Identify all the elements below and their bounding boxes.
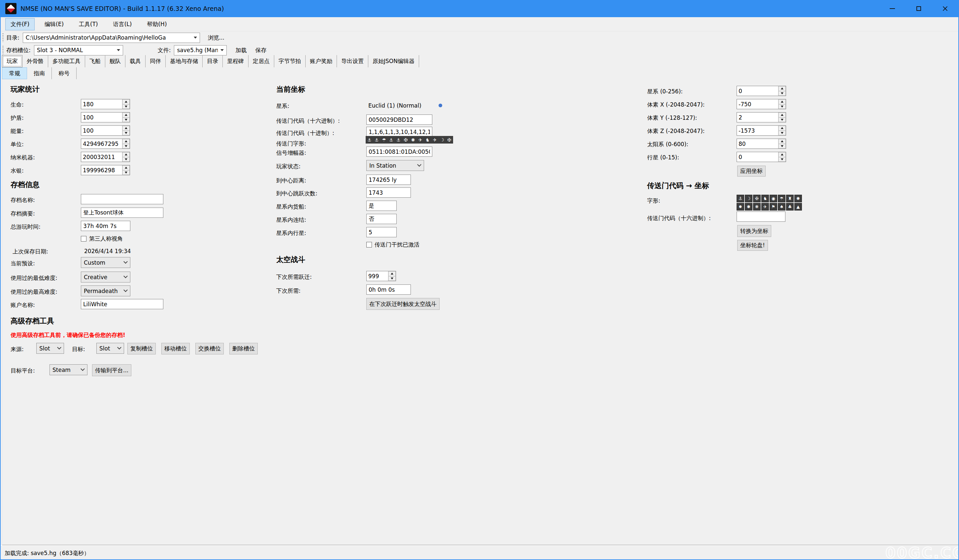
glyph-button[interactable]: ♞ (761, 195, 769, 202)
preset-combobox[interactable]: Custom (81, 257, 131, 268)
slot-dropdown-arrow-icon[interactable] (114, 46, 123, 55)
tab-bytebeat[interactable]: 字节节拍 (274, 55, 306, 67)
close-button[interactable] (932, 0, 958, 17)
tab-export-settings[interactable]: 导出设置 (337, 55, 368, 67)
tab-general[interactable]: 常规 (2, 67, 27, 79)
glyph-button[interactable]: ♜ (786, 195, 794, 202)
portal-hex-input[interactable] (366, 115, 432, 125)
glyph-button[interactable]: ☂ (778, 195, 785, 202)
tab-milestones[interactable]: 里程碑 (223, 55, 249, 67)
spin-down-button[interactable] (123, 157, 130, 162)
spin-down-button[interactable] (779, 157, 786, 162)
save-button[interactable]: 保存 (252, 45, 269, 56)
target-slot-combobox[interactable]: Slot (96, 343, 124, 354)
tab-player[interactable]: 玩家 (2, 55, 22, 67)
account-name-input[interactable] (81, 299, 163, 309)
jumps-input[interactable] (366, 188, 411, 198)
glyph-button[interactable]: ♠ (778, 203, 785, 210)
spin-down-button[interactable] (123, 144, 130, 149)
spin-down-button[interactable] (779, 118, 786, 123)
tab-fleet[interactable]: 舰队 (105, 55, 126, 67)
warps-needed-input[interactable] (366, 271, 388, 281)
maximize-button[interactable] (906, 0, 932, 17)
voxel-z-input[interactable] (737, 126, 778, 135)
convert-hex-input[interactable] (737, 212, 785, 222)
planet-index-input[interactable] (737, 152, 778, 162)
save-summary-input[interactable] (81, 208, 163, 218)
spin-up-button[interactable] (123, 99, 130, 104)
spin-down-button[interactable] (123, 170, 130, 175)
spin-up-button[interactable] (123, 165, 130, 170)
file-dropdown-arrow-icon[interactable] (218, 46, 226, 55)
glyph-button[interactable]: ⚑ (769, 203, 777, 210)
tab-base-storage[interactable]: 基地与存储 (166, 55, 202, 67)
spin-down-button[interactable] (779, 144, 786, 149)
spin-down-button[interactable] (779, 104, 786, 109)
spin-down-button[interactable] (123, 130, 130, 136)
glyph-button[interactable]: ♣ (786, 203, 794, 210)
nexus-input[interactable] (366, 214, 397, 224)
energy-input[interactable] (81, 126, 122, 135)
minimize-button[interactable] (879, 0, 906, 17)
menu-tools[interactable]: 工具(T) (73, 18, 103, 30)
platform-combobox[interactable]: Steam (49, 364, 88, 375)
toolbar-grip-icon[interactable] (2, 33, 4, 42)
spin-up-button[interactable] (779, 139, 786, 144)
portal-dec-input[interactable] (366, 127, 432, 137)
tab-guide[interactable]: 指南 (27, 67, 52, 79)
menu-help[interactable]: 帮助(H) (142, 18, 172, 30)
tab-exosuit[interactable]: 外骨骼 (22, 55, 48, 67)
source-slot-combobox[interactable]: Slot (36, 343, 64, 354)
menu-file[interactable]: 文件(F) (5, 18, 35, 30)
copy-slot-button[interactable]: 复制槽位 (127, 343, 156, 355)
playtime-input[interactable] (81, 221, 131, 231)
glyph-button[interactable]: ✹ (737, 203, 744, 210)
transfer-platform-button[interactable]: 传输到平台... (92, 364, 131, 376)
player-state-combobox[interactable]: In Station (366, 160, 424, 171)
portal-interference-checkbox[interactable] (366, 242, 372, 248)
spin-down-button[interactable] (779, 91, 786, 96)
spin-up-button[interactable] (123, 152, 130, 157)
planets-input[interactable] (366, 227, 397, 237)
tab-catalog[interactable]: 目录 (202, 55, 223, 67)
directory-dropdown-arrow-icon[interactable] (191, 33, 200, 43)
spin-up-button[interactable] (779, 86, 786, 91)
freighter-input[interactable] (366, 200, 397, 211)
spin-up-button[interactable] (779, 126, 786, 130)
spin-down-button[interactable] (123, 118, 130, 123)
spin-up-button[interactable] (123, 139, 130, 144)
shield-input[interactable] (81, 113, 122, 122)
save-name-input[interactable] (81, 194, 163, 204)
glyph-button[interactable]: ☽ (745, 195, 752, 202)
spin-up-button[interactable] (779, 152, 786, 157)
galaxy-index-input[interactable] (737, 86, 778, 96)
glyph-button[interactable]: ✈ (761, 203, 769, 210)
spin-down-button[interactable] (779, 130, 786, 136)
apply-coords-button[interactable]: 应用坐标 (737, 165, 766, 177)
glyph-button[interactable]: ✺ (745, 203, 752, 210)
move-slot-button[interactable]: 移动槽位 (161, 343, 190, 355)
toolbar-grip-icon[interactable] (2, 46, 4, 54)
glyph-button[interactable]: ▲ (794, 203, 802, 210)
spin-up-button[interactable] (779, 113, 786, 118)
tab-vehicle[interactable]: 载具 (126, 55, 145, 67)
convert-coords-button[interactable]: 转换为坐标 (737, 225, 771, 237)
tab-multitool[interactable]: 多功能工具 (48, 55, 85, 67)
tab-account-rewards[interactable]: 账户奖励 (306, 55, 337, 67)
quicksilver-input[interactable] (81, 165, 122, 175)
tab-settlement[interactable]: 定居点 (249, 55, 274, 67)
directory-combobox[interactable]: C:\Users\Administrator\AppData\Roaming\H… (23, 33, 200, 43)
spin-up-button[interactable] (779, 99, 786, 104)
solar-system-input[interactable] (737, 139, 778, 148)
glyph-button[interactable]: ◉ (769, 195, 777, 202)
file-combobox[interactable]: save5.hg (Manual) (174, 45, 227, 56)
distance-input[interactable] (366, 175, 411, 185)
tab-raw-json-editor[interactable]: 原始JSON编辑器 (368, 55, 419, 67)
third-person-checkbox[interactable] (81, 236, 86, 242)
spin-up-button[interactable] (123, 126, 130, 130)
menu-language[interactable]: 语言(L) (108, 18, 137, 30)
min-difficulty-combobox[interactable]: Creative (81, 272, 131, 283)
menu-edit[interactable]: 编辑(E) (39, 18, 69, 30)
trigger-combat-button[interactable]: 在下次跃迁时触发太空战斗 (366, 298, 440, 310)
spin-up-button[interactable] (389, 271, 396, 276)
